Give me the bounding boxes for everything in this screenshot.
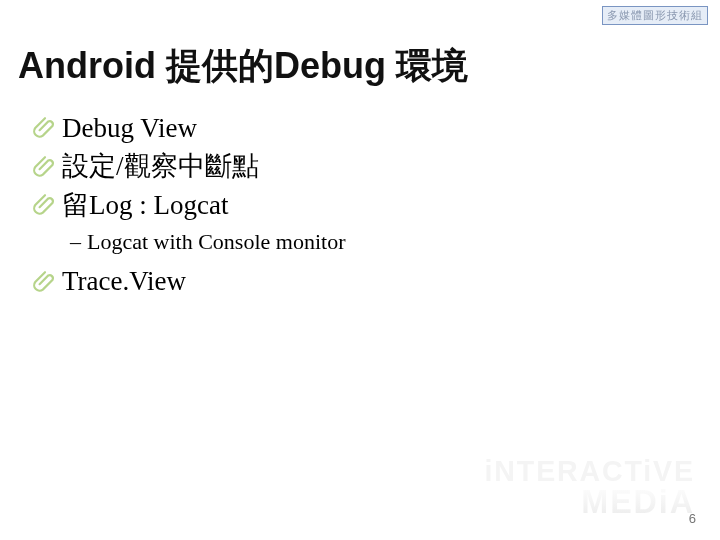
sub-list-item: –Logcat with Console monitor: [70, 229, 622, 255]
subbullet-text: Logcat with Console monitor: [87, 229, 345, 254]
bullet-text: Debug View: [62, 110, 197, 146]
dash-icon: –: [70, 229, 81, 254]
content-block: Debug View 設定/觀察中斷點 留Log : Logcat –Logca…: [62, 110, 622, 302]
paperclip-icon: [32, 269, 58, 295]
list-item: 留Log : Logcat: [62, 187, 622, 223]
bullet-text: 設定/觀察中斷點: [62, 148, 259, 184]
paperclip-icon: [32, 115, 58, 141]
org-badge: 多媒體圖形技術組: [602, 6, 708, 25]
slide-title: Android 提供的Debug 環境: [18, 42, 468, 91]
bullet-text: Trace.View: [62, 263, 186, 299]
page-number: 6: [689, 511, 696, 526]
list-item: Trace.View: [62, 263, 622, 299]
list-item: 設定/觀察中斷點: [62, 148, 622, 184]
watermark: iNTERACTiVE MEDiA: [479, 456, 700, 518]
list-item: Debug View: [62, 110, 622, 146]
paperclip-icon: [32, 154, 58, 180]
paperclip-icon: [32, 192, 58, 218]
bullet-text: 留Log : Logcat: [62, 187, 228, 223]
watermark-bottom: MEDiA: [484, 484, 694, 518]
